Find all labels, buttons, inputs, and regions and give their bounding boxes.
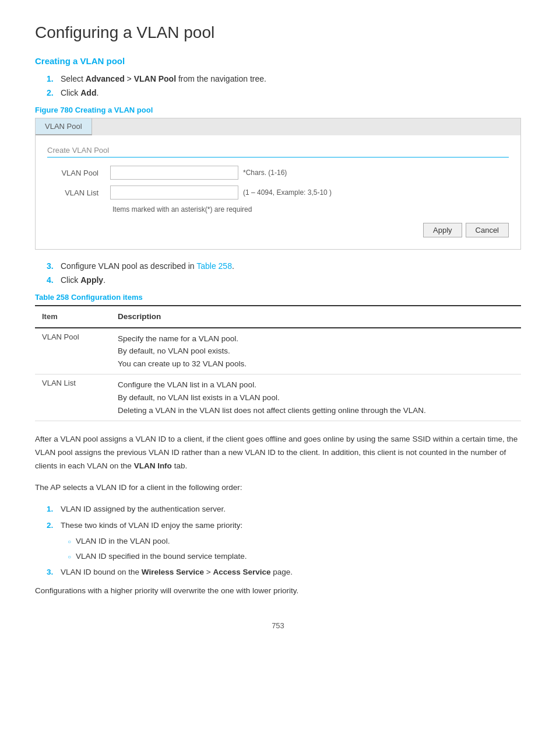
ap-selects-num: 3.: [47, 566, 56, 579]
ap-selects-intro: The AP selects a VLAN ID for a client in…: [35, 481, 521, 495]
table-item-cell: VLAN Pool: [35, 328, 111, 374]
form-button-row: Apply Cancel: [47, 220, 509, 240]
config-table: Item Description VLAN PoolSpecify the na…: [35, 305, 521, 421]
table-desc-cell: Specify the name for a VLAN pool.By defa…: [111, 328, 521, 374]
ap-selects-list: 1.VLAN ID assigned by the authentication…: [47, 503, 521, 579]
step-4-text: Click Apply.: [61, 275, 105, 285]
vlan-list-hint: (1 – 4094, Example: 3,5-10 ): [243, 188, 332, 197]
table-row: VLAN ListConfigure the VLAN list in a VL…: [35, 374, 521, 421]
step-4-num: 4.: [47, 275, 56, 285]
vlan-pool-label: VLAN Pool: [47, 169, 105, 177]
page-title: Configuring a VLAN pool: [35, 23, 521, 42]
ui-tab-bar: VLAN Pool: [36, 118, 520, 135]
ap-selects-item: 2.These two kinds of VLAN ID enjoy the s…: [47, 519, 521, 532]
body-paragraph: After a VLAN pool assigns a VLAN ID to a…: [35, 433, 521, 473]
step-2-num: 2.: [47, 88, 56, 97]
apply-button[interactable]: Apply: [423, 223, 462, 237]
footer-text: Configurations with a higher priority wi…: [35, 584, 521, 598]
step-4: 4. Click Apply.: [47, 275, 521, 285]
step-1: 1. Select Advanced > VLAN Pool from the …: [47, 74, 521, 83]
col-item: Item: [35, 306, 111, 328]
vlan-pool-input[interactable]: [110, 166, 238, 180]
sub-bullet-dot: ○: [68, 552, 71, 562]
ui-form-area: Create VLAN Pool VLAN Pool *Chars. (1-16…: [36, 135, 520, 249]
step-2-text: Click Add.: [61, 88, 98, 97]
vlan-pool-row: VLAN Pool *Chars. (1-16): [47, 166, 509, 180]
ui-form-title: Create VLAN Pool: [47, 146, 509, 158]
col-desc: Description: [111, 306, 521, 328]
sub-bullet-list: ○VLAN ID in the VLAN pool.○VLAN ID speci…: [68, 535, 521, 562]
ap-selects-num: 2.: [47, 519, 56, 532]
step-3-text: Configure VLAN pool as described in Tabl…: [61, 261, 234, 271]
ap-selects-item: 3.VLAN ID bound on the Wireless Service …: [47, 566, 521, 579]
required-note: Items marked with an asterisk(*) are req…: [112, 205, 509, 214]
steps-1-2-list: 1. Select Advanced > VLAN Pool from the …: [47, 74, 521, 97]
sub-bullet-text: VLAN ID specified in the bound service t…: [76, 550, 247, 563]
step-1-num: 1.: [47, 74, 56, 83]
ap-selects-text: These two kinds of VLAN ID enjoy the sam…: [61, 519, 242, 532]
vlan-pool-hint: *Chars. (1-16): [243, 169, 287, 177]
table-item-cell: VLAN List: [35, 374, 111, 421]
vlan-pool-tab[interactable]: VLAN Pool: [36, 118, 92, 135]
sub-bullet-item: ○VLAN ID specified in the bound service …: [68, 550, 521, 563]
step-2: 2. Click Add.: [47, 88, 521, 97]
ui-mockup-box: VLAN Pool Create VLAN Pool VLAN Pool *Ch…: [35, 118, 521, 250]
table-row: VLAN PoolSpecify the name for a VLAN poo…: [35, 328, 521, 374]
sub-bullet-item: ○VLAN ID in the VLAN pool.: [68, 535, 521, 548]
table-caption: Table 258 Configuration items: [35, 293, 521, 302]
vlan-list-input[interactable]: [110, 186, 238, 200]
ap-selects-text: VLAN ID bound on the Wireless Service > …: [61, 566, 293, 579]
vlan-list-row: VLAN List (1 – 4094, Example: 3,5-10 ): [47, 186, 509, 200]
page-number: 753: [35, 621, 521, 630]
table-header-row: Item Description: [35, 306, 521, 328]
step-1-text: Select Advanced > VLAN Pool from the nav…: [61, 74, 266, 83]
ap-selects-item: 1.VLAN ID assigned by the authentication…: [47, 503, 521, 516]
table-desc-cell: Configure the VLAN list in a VLAN pool.B…: [111, 374, 521, 421]
steps-3-4-list: 3. Configure VLAN pool as described in T…: [47, 261, 521, 285]
cancel-button[interactable]: Cancel: [466, 223, 509, 237]
vlan-list-label: VLAN List: [47, 188, 105, 197]
step-3: 3. Configure VLAN pool as described in T…: [47, 261, 521, 271]
ap-selects-num: 1.: [47, 503, 56, 516]
ap-selects-text: VLAN ID assigned by the authentication s…: [61, 503, 226, 516]
sub-bullet-text: VLAN ID in the VLAN pool.: [76, 535, 170, 548]
step-3-num: 3.: [47, 261, 56, 271]
section-heading-creating: Creating a VLAN pool: [35, 56, 521, 66]
figure-caption: Figure 780 Creating a VLAN pool: [35, 106, 521, 114]
sub-bullet-dot: ○: [68, 537, 71, 547]
table-258-link[interactable]: Table 258: [196, 261, 232, 271]
